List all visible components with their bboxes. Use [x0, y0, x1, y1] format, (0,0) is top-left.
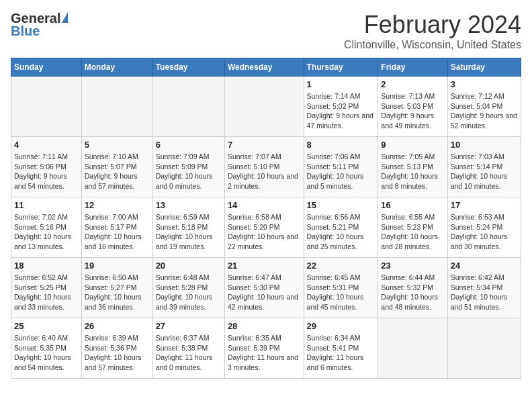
- calendar-cell: 25Sunrise: 6:40 AMSunset: 5:35 PMDayligh…: [11, 318, 82, 379]
- header-monday: Monday: [81, 58, 152, 77]
- header-saturday: Saturday: [447, 58, 521, 77]
- calendar-cell: 7Sunrise: 7:07 AMSunset: 5:10 PMDaylight…: [224, 137, 304, 197]
- cell-daylight-info: Sunrise: 6:47 AMSunset: 5:30 PMDaylight:…: [228, 273, 301, 312]
- header-tuesday: Tuesday: [152, 58, 224, 77]
- calendar-cell: 2Sunrise: 7:13 AMSunset: 5:03 PMDaylight…: [378, 77, 447, 137]
- calendar-cell: 4Sunrise: 7:11 AMSunset: 5:06 PMDaylight…: [11, 137, 82, 197]
- cell-daylight-info: Sunrise: 7:07 AMSunset: 5:10 PMDaylight:…: [228, 152, 301, 191]
- cell-daylight-info: Sunrise: 6:59 AMSunset: 5:18 PMDaylight:…: [156, 212, 222, 252]
- cell-daylight-info: Sunrise: 7:02 AMSunset: 5:16 PMDaylight:…: [14, 212, 79, 252]
- cell-daylight-info: Sunrise: 6:44 AMSunset: 5:32 PMDaylight:…: [381, 273, 444, 312]
- cell-daylight-info: Sunrise: 7:12 AMSunset: 5:04 PMDaylight:…: [451, 91, 518, 131]
- cell-day-number: 15: [307, 200, 375, 210]
- cell-daylight-info: Sunrise: 6:40 AMSunset: 5:35 PMDaylight:…: [14, 333, 79, 373]
- calendar-cell: 8Sunrise: 7:06 AMSunset: 5:11 PMDaylight…: [304, 137, 378, 197]
- calendar-table: SundayMondayTuesdayWednesdayThursdayFrid…: [11, 58, 521, 379]
- cell-daylight-info: Sunrise: 6:52 AMSunset: 5:25 PMDaylight:…: [14, 273, 79, 312]
- cell-daylight-info: Sunrise: 6:39 AMSunset: 5:36 PMDaylight:…: [85, 333, 150, 373]
- cell-day-number: 11: [14, 200, 79, 210]
- calendar-week-row: 11Sunrise: 7:02 AMSunset: 5:16 PMDayligh…: [11, 197, 521, 258]
- cell-day-number: 1: [307, 79, 375, 89]
- cell-day-number: 5: [85, 140, 150, 150]
- cell-daylight-info: Sunrise: 6:34 AMSunset: 5:41 PMDaylight:…: [307, 333, 375, 373]
- calendar-cell: 14Sunrise: 6:58 AMSunset: 5:20 PMDayligh…: [224, 197, 304, 258]
- cell-day-number: 22: [307, 261, 375, 271]
- cell-day-number: 17: [451, 200, 518, 210]
- cell-daylight-info: Sunrise: 7:11 AMSunset: 5:06 PMDaylight:…: [14, 152, 79, 191]
- cell-day-number: 10: [451, 140, 518, 150]
- calendar-cell: 13Sunrise: 6:59 AMSunset: 5:18 PMDayligh…: [152, 197, 224, 258]
- cell-daylight-info: Sunrise: 7:05 AMSunset: 5:13 PMDaylight:…: [381, 152, 444, 191]
- page-subtitle: Clintonville, Wisconsin, United States: [344, 39, 521, 51]
- cell-day-number: 27: [156, 321, 222, 331]
- cell-day-number: 9: [381, 140, 444, 150]
- calendar-cell: 23Sunrise: 6:44 AMSunset: 5:32 PMDayligh…: [378, 258, 447, 318]
- calendar-cell: 6Sunrise: 7:09 AMSunset: 5:09 PMDaylight…: [152, 137, 224, 197]
- cell-day-number: 19: [85, 261, 150, 271]
- calendar-cell: 18Sunrise: 6:52 AMSunset: 5:25 PMDayligh…: [11, 258, 82, 318]
- calendar-cell: 27Sunrise: 6:37 AMSunset: 5:38 PMDayligh…: [152, 318, 224, 379]
- calendar-header-row: SundayMondayTuesdayWednesdayThursdayFrid…: [11, 58, 521, 77]
- calendar-week-row: 25Sunrise: 6:40 AMSunset: 5:35 PMDayligh…: [11, 318, 521, 379]
- cell-daylight-info: Sunrise: 6:58 AMSunset: 5:20 PMDaylight:…: [228, 212, 301, 252]
- cell-daylight-info: Sunrise: 6:48 AMSunset: 5:28 PMDaylight:…: [156, 273, 222, 312]
- cell-daylight-info: Sunrise: 7:14 AMSunset: 5:02 PMDaylight:…: [307, 91, 375, 131]
- title-section: February 2024 Clintonville, Wisconsin, U…: [344, 11, 521, 51]
- cell-day-number: 6: [156, 140, 222, 150]
- calendar-cell: [224, 77, 304, 137]
- logo: General Blue: [11, 11, 68, 39]
- cell-daylight-info: Sunrise: 6:53 AMSunset: 5:24 PMDaylight:…: [451, 212, 518, 252]
- cell-day-number: 3: [451, 79, 518, 89]
- cell-day-number: 18: [14, 261, 79, 271]
- cell-daylight-info: Sunrise: 7:13 AMSunset: 5:03 PMDaylight:…: [381, 91, 444, 131]
- calendar-week-row: 4Sunrise: 7:11 AMSunset: 5:06 PMDaylight…: [11, 137, 521, 197]
- cell-day-number: 8: [307, 140, 375, 150]
- cell-daylight-info: Sunrise: 7:03 AMSunset: 5:14 PMDaylight:…: [451, 152, 518, 191]
- logo-blue-text: Blue: [11, 24, 40, 39]
- cell-day-number: 28: [228, 321, 301, 331]
- cell-daylight-info: Sunrise: 6:55 AMSunset: 5:23 PMDaylight:…: [381, 212, 444, 252]
- calendar-cell: [447, 318, 521, 379]
- cell-daylight-info: Sunrise: 6:42 AMSunset: 5:34 PMDaylight:…: [451, 273, 518, 312]
- calendar-cell: 21Sunrise: 6:47 AMSunset: 5:30 PMDayligh…: [224, 258, 304, 318]
- cell-daylight-info: Sunrise: 6:45 AMSunset: 5:31 PMDaylight:…: [307, 273, 375, 312]
- cell-day-number: 7: [228, 140, 301, 150]
- cell-day-number: 4: [14, 140, 79, 150]
- cell-day-number: 24: [451, 261, 518, 271]
- calendar-cell: 15Sunrise: 6:56 AMSunset: 5:21 PMDayligh…: [304, 197, 378, 258]
- cell-day-number: 21: [228, 261, 301, 271]
- calendar-cell: 28Sunrise: 6:35 AMSunset: 5:39 PMDayligh…: [224, 318, 304, 379]
- logo-triangle-icon: [62, 12, 68, 23]
- cell-daylight-info: Sunrise: 7:09 AMSunset: 5:09 PMDaylight:…: [156, 152, 222, 191]
- calendar-cell: 26Sunrise: 6:39 AMSunset: 5:36 PMDayligh…: [81, 318, 152, 379]
- calendar-week-row: 18Sunrise: 6:52 AMSunset: 5:25 PMDayligh…: [11, 258, 521, 318]
- cell-daylight-info: Sunrise: 7:06 AMSunset: 5:11 PMDaylight:…: [307, 152, 375, 191]
- calendar-cell: 1Sunrise: 7:14 AMSunset: 5:02 PMDaylight…: [304, 77, 378, 137]
- cell-daylight-info: Sunrise: 7:00 AMSunset: 5:17 PMDaylight:…: [85, 212, 150, 252]
- calendar-cell: [152, 77, 224, 137]
- cell-daylight-info: Sunrise: 6:50 AMSunset: 5:27 PMDaylight:…: [85, 273, 150, 312]
- cell-day-number: 14: [228, 200, 301, 210]
- cell-daylight-info: Sunrise: 7:10 AMSunset: 5:07 PMDaylight:…: [85, 152, 150, 191]
- calendar-cell: 3Sunrise: 7:12 AMSunset: 5:04 PMDaylight…: [447, 77, 521, 137]
- calendar-cell: 9Sunrise: 7:05 AMSunset: 5:13 PMDaylight…: [378, 137, 447, 197]
- calendar-cell: 16Sunrise: 6:55 AMSunset: 5:23 PMDayligh…: [378, 197, 447, 258]
- calendar-cell: 10Sunrise: 7:03 AMSunset: 5:14 PMDayligh…: [447, 137, 521, 197]
- calendar-cell: [11, 77, 82, 137]
- cell-day-number: 13: [156, 200, 222, 210]
- cell-day-number: 23: [381, 261, 444, 271]
- header-sunday: Sunday: [11, 58, 82, 77]
- cell-day-number: 20: [156, 261, 222, 271]
- calendar-cell: [378, 318, 447, 379]
- cell-day-number: 2: [381, 79, 444, 89]
- cell-day-number: 26: [85, 321, 150, 331]
- calendar-cell: 22Sunrise: 6:45 AMSunset: 5:31 PMDayligh…: [304, 258, 378, 318]
- calendar-cell: 29Sunrise: 6:34 AMSunset: 5:41 PMDayligh…: [304, 318, 378, 379]
- cell-daylight-info: Sunrise: 6:37 AMSunset: 5:38 PMDaylight:…: [156, 333, 222, 373]
- calendar-cell: 17Sunrise: 6:53 AMSunset: 5:24 PMDayligh…: [447, 197, 521, 258]
- calendar-cell: 24Sunrise: 6:42 AMSunset: 5:34 PMDayligh…: [447, 258, 521, 318]
- cell-daylight-info: Sunrise: 6:35 AMSunset: 5:39 PMDaylight:…: [228, 333, 301, 373]
- cell-day-number: 25: [14, 321, 79, 331]
- calendar-cell: 19Sunrise: 6:50 AMSunset: 5:27 PMDayligh…: [81, 258, 152, 318]
- header-wednesday: Wednesday: [224, 58, 304, 77]
